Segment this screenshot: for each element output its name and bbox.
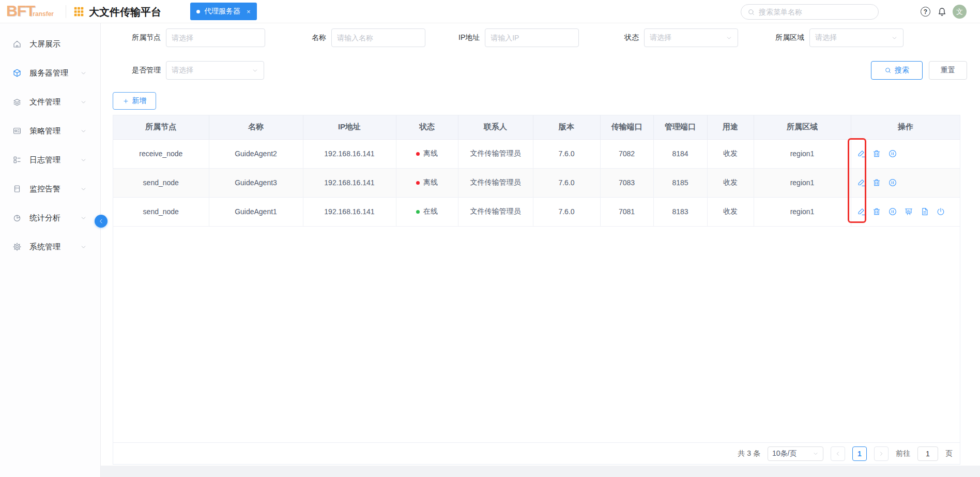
chevron-down-icon: [80, 157, 87, 163]
chevron-down-icon: [80, 70, 87, 77]
filter-name-label: 名称: [312, 33, 326, 42]
edit-icon[interactable]: [856, 178, 866, 187]
table-header-row: 所属节点 名称 IP地址 状态 联系人 版本 传输端口 管理端口 用途 所属区域…: [113, 115, 960, 139]
filter-managed-label: 是否管理: [132, 66, 161, 75]
sidebar-item-system-management[interactable]: 系统管理: [0, 236, 100, 257]
chevron-down-icon: [80, 128, 87, 135]
cell-actions: [851, 168, 960, 197]
app-title: 大文件传输平台: [89, 5, 161, 19]
pause-icon[interactable]: [888, 207, 897, 216]
home-icon: [12, 39, 22, 49]
sidebar-item-file-management[interactable]: 文件管理: [0, 92, 100, 112]
chevron-down-icon: [80, 186, 87, 192]
sidebar-item-label: 文件管理: [29, 97, 80, 107]
offline-dot: [416, 181, 420, 185]
cell-usage: 收发: [707, 197, 754, 226]
cell-region: region1: [754, 139, 851, 168]
table-row: send_node GuideAgent1 192.168.16.141 在线 …: [113, 197, 960, 226]
sidebar-item-label: 大屏展示: [29, 39, 87, 49]
chevron-down-icon: [80, 215, 87, 221]
sidebar-item-statistics[interactable]: 统计分析: [0, 207, 100, 228]
edit-icon[interactable]: [856, 207, 866, 216]
menu-search-box[interactable]: [741, 4, 879, 20]
goto-page-input[interactable]: [917, 446, 938, 461]
table-row: send_node GuideAgent3 192.168.16.141 离线 …: [113, 168, 960, 197]
pie-chart-icon: [12, 213, 22, 222]
sidebar-collapse-toggle[interactable]: [95, 215, 108, 228]
status-text: 离线: [423, 178, 438, 187]
sidebar-item-label: 服务器管理: [29, 68, 80, 78]
main-content: 所属节点 名称 IP地址 状态 请选择 所属区域 请选择 是否: [101, 23, 980, 477]
cell-version: 7.6.0: [533, 197, 600, 226]
policy-icon: [12, 126, 22, 136]
cell-ip: 192.168.16.141: [303, 197, 396, 226]
sidebar-item-log-management[interactable]: 日志管理: [0, 150, 100, 170]
sidebar-item-policy-management[interactable]: 策略管理: [0, 121, 100, 141]
cell-region: region1: [754, 197, 851, 226]
monitor-cabinet-icon: [12, 184, 22, 193]
sidebar-item-label: 监控告警: [29, 184, 80, 194]
tab-proxy-server[interactable]: 代理服务器 ×: [190, 3, 257, 20]
pause-icon[interactable]: [888, 178, 897, 187]
sidebar-item-label: 日志管理: [29, 155, 80, 165]
delete-icon[interactable]: [872, 178, 881, 187]
monitor-icon[interactable]: [904, 207, 913, 216]
cell-status: 在线: [396, 197, 458, 226]
add-button[interactable]: 新增: [113, 92, 156, 110]
pause-icon[interactable]: [888, 149, 897, 158]
current-page-button[interactable]: 1: [852, 446, 867, 461]
filter-managed: 是否管理 请选择: [132, 61, 264, 80]
menu-search-input[interactable]: [759, 8, 872, 16]
filter-name: 名称: [312, 28, 425, 47]
page-size-value: 10条/页: [772, 449, 797, 458]
bft-logo: BFTransfer: [6, 2, 66, 20]
delete-icon[interactable]: [872, 207, 881, 216]
tab-close-icon[interactable]: ×: [247, 8, 251, 16]
delete-icon[interactable]: [872, 149, 881, 158]
filter-region-select[interactable]: 请选择: [809, 28, 904, 47]
sidebar-item-monitor-alert[interactable]: 监控告警: [0, 178, 100, 199]
col-name: 名称: [209, 115, 303, 139]
cell-ip: 192.168.16.141: [303, 168, 396, 197]
goto-label: 前往: [896, 449, 910, 458]
proxy-server-page: BFTransfer 大文件传输平台 代理服务器 × ? 文 大屏展示 服务器管…: [0, 0, 980, 477]
prev-page-button[interactable]: [831, 446, 845, 461]
cell-transfer-port: 7082: [600, 139, 653, 168]
header-divider: [66, 5, 66, 18]
filter-ip-input[interactable]: [491, 34, 573, 42]
col-region: 所属区域: [754, 115, 851, 139]
cell-version: 7.6.0: [533, 168, 600, 197]
filter-managed-select[interactable]: 请选择: [166, 61, 264, 80]
cell-ip: 192.168.16.141: [303, 139, 396, 168]
edit-icon[interactable]: [856, 149, 866, 158]
next-page-button[interactable]: [874, 446, 889, 461]
filter-node-input[interactable]: [172, 34, 259, 42]
sidebar-item-dashboard[interactable]: 大屏展示: [0, 34, 100, 54]
log-file-icon[interactable]: [920, 207, 929, 216]
search-button[interactable]: 搜索: [871, 61, 923, 80]
filter-ip-label: IP地址: [458, 33, 480, 42]
col-ip: IP地址: [303, 115, 396, 139]
cell-node: send_node: [113, 197, 209, 226]
filter-status-select[interactable]: 请选择: [644, 28, 738, 47]
notification-bell-icon[interactable]: [937, 6, 947, 17]
reset-button[interactable]: 重置: [929, 61, 967, 80]
cell-manage-port: 8184: [653, 139, 707, 168]
col-version: 版本: [533, 115, 600, 139]
cell-actions: [851, 139, 960, 168]
cell-usage: 收发: [707, 168, 754, 197]
filter-region: 所属区域 请选择: [775, 28, 904, 47]
search-button-label: 搜索: [895, 66, 909, 75]
cell-region: region1: [754, 168, 851, 197]
chevron-left-icon: [98, 218, 104, 225]
cell-name: GuideAgent2: [209, 139, 303, 168]
page-size-select[interactable]: 10条/页: [768, 446, 823, 461]
power-icon[interactable]: [936, 207, 945, 216]
logo-subtext: ransfer: [33, 10, 54, 18]
filter-name-input[interactable]: [337, 34, 420, 42]
sidebar-item-server-management[interactable]: 服务器管理: [0, 63, 100, 83]
bottom-strip: [101, 466, 980, 477]
help-icon[interactable]: ?: [921, 7, 930, 17]
user-avatar[interactable]: 文: [953, 5, 967, 19]
grid-menu-icon: [73, 6, 84, 17]
